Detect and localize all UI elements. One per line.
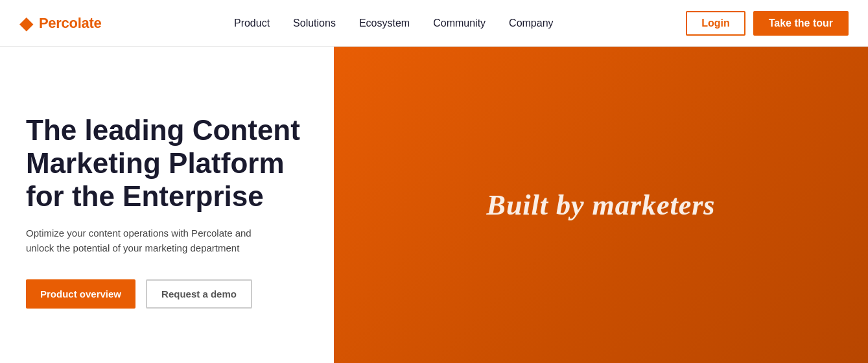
nav-item-ecosystem[interactable]: Ecosystem xyxy=(359,18,410,29)
logo-text: Percolate xyxy=(39,15,101,32)
hero-buttons: Product overview Request a demo xyxy=(26,279,308,309)
hero-tagline: Built by marketers xyxy=(487,189,716,222)
login-button[interactable]: Login xyxy=(686,11,745,36)
nav-item-company[interactable]: Company xyxy=(509,18,553,29)
logo[interactable]: ◆ Percolate xyxy=(19,14,101,32)
hero-left-panel: The leading Content Marketing Platform f… xyxy=(0,47,334,363)
product-overview-button[interactable]: Product overview xyxy=(26,279,135,309)
nav-item-product[interactable]: Product xyxy=(234,18,270,29)
main-nav: Product Solutions Ecosystem Community Co… xyxy=(234,18,554,29)
header: ◆ Percolate Product Solutions Ecosystem … xyxy=(0,0,868,47)
hero-right-panel: Built by marketers xyxy=(334,47,868,363)
header-actions: Login Take the tour xyxy=(686,11,849,36)
request-demo-button[interactable]: Request a demo xyxy=(146,279,252,309)
hero-subtext: Optimize your content operations with Pe… xyxy=(26,226,272,256)
logo-icon: ◆ xyxy=(19,14,34,32)
hero-section: The leading Content Marketing Platform f… xyxy=(0,47,868,363)
nav-item-community[interactable]: Community xyxy=(433,18,486,29)
take-tour-button[interactable]: Take the tour xyxy=(753,11,849,36)
hero-heading: The leading Content Marketing Platform f… xyxy=(26,114,308,213)
nav-item-solutions[interactable]: Solutions xyxy=(293,18,336,29)
